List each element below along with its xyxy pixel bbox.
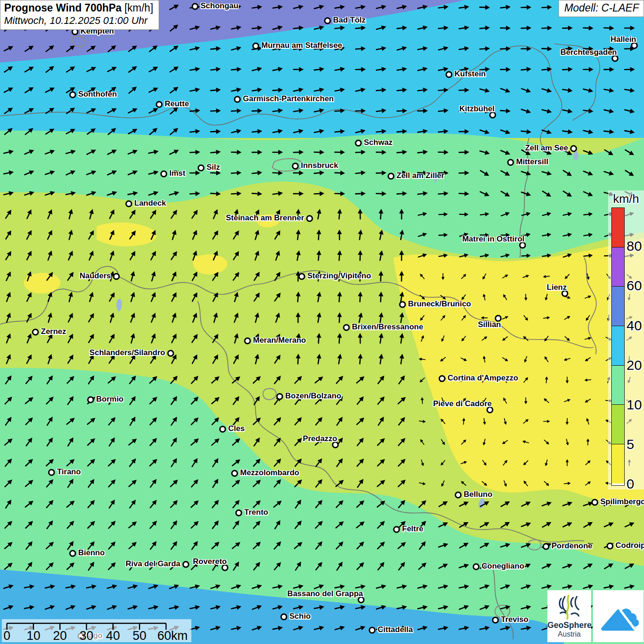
- city-label-spilimbergo: Spilimbergo: [600, 497, 644, 506]
- city-label-sterzing-vipiteno: Sterzing/Vipiteno: [307, 271, 371, 281]
- contour-lines-icon: [555, 593, 584, 620]
- city-label-imst: Imst: [169, 169, 185, 178]
- mountain-cloud-icon: [593, 590, 644, 642]
- city-marker-zell-am-ziller: [388, 173, 395, 180]
- legend-tick-5: 5: [627, 437, 634, 452]
- city-label-nauders: Nauders: [80, 271, 111, 281]
- city-marker-reutte: [156, 101, 163, 108]
- model-label: Modell: C-LAEF: [558, 0, 644, 17]
- city-label-steinach-am-brenner: Steinach am Brenner: [226, 213, 304, 223]
- city-marker-innsbruck: [292, 163, 299, 170]
- city-label-codroipo: Codroipo: [615, 541, 644, 550]
- city-label-schio: Schio: [289, 612, 310, 621]
- city-marker-landeck: [126, 201, 132, 207]
- city-marker-bozen-bolzano: [276, 393, 283, 400]
- city-label-reutte: Reutte: [165, 99, 189, 109]
- legend-tick-10: 10: [627, 397, 642, 413]
- city-label-bassano-del-grappa: Bassano del Grappa: [288, 589, 363, 598]
- city-marker-schongau: [192, 3, 199, 10]
- city-marker-spilimbergo: [592, 499, 598, 506]
- city-label-mezzolombardo: Mezzolombardo: [240, 468, 299, 477]
- legend-segment-10: [612, 366, 624, 405]
- app-tile: [593, 590, 644, 642]
- city-marker-zell-am-see: [570, 145, 577, 152]
- svg-text:30: 30: [80, 629, 93, 642]
- legend-tick-80: 80: [627, 238, 642, 254]
- city-label-pieve-di-cadore: Pieve di Cadore: [433, 399, 492, 408]
- city-label-silz: Silz: [207, 163, 220, 172]
- city-label-feltre: Feltre: [402, 524, 423, 534]
- city-marker-schwaz: [355, 140, 362, 147]
- city-marker-conegliano: [473, 564, 480, 570]
- city-label-schwaz: Schwaz: [364, 138, 392, 147]
- map-title-box: Prognose Wind 700hPa[km/h] Mittwoch, 10.…: [0, 0, 159, 30]
- city-marker-tirano: [48, 469, 55, 476]
- distance-scalebar: 0102030405060km: [2, 619, 191, 642]
- city-marker-trento: [236, 510, 242, 517]
- legend-segment-60: [612, 247, 624, 287]
- city-marker-bad-t-lz: [324, 17, 331, 24]
- city-marker-cles: [219, 426, 226, 433]
- city-label-bozen-bolzano: Bozen/Bolzano: [285, 391, 341, 401]
- legend-segment-80: [612, 208, 624, 247]
- city-label-schongau: Schongau: [201, 1, 238, 11]
- legend-title: km/h: [608, 190, 644, 206]
- legend-segment-5: [612, 405, 624, 444]
- city-marker-pordenone: [543, 543, 550, 550]
- geosphere-logo: GeoSphere Austria: [547, 590, 591, 642]
- city-marker-cortina-d-ampezzo: [439, 375, 446, 382]
- city-label-conegliano: Conegliano: [482, 562, 524, 571]
- legend-tick-0: 0: [627, 476, 634, 492]
- city-marker-steinach-am-brenner: [306, 215, 313, 222]
- city-marker-schlanders-silandro: [167, 350, 174, 357]
- legend-segment-40: [612, 287, 624, 326]
- legend-tick-60: 60: [627, 278, 642, 293]
- city-marker-kufstein: [446, 71, 453, 78]
- title-unit: [km/h]: [124, 2, 153, 14]
- city-label-landeck: Landeck: [134, 199, 166, 208]
- city-marker-murnau-am-staffelsee: [253, 43, 259, 50]
- wind-speed-legend: km/h 806040201050: [608, 190, 644, 489]
- city-label-predazzo: Predazzo: [303, 434, 337, 443]
- city-label-cles: Cles: [228, 424, 245, 433]
- city-marker-garmisch-partenkirchen: [234, 96, 241, 103]
- city-label-lienz: Lienz: [547, 283, 567, 292]
- legend-segment-20: [612, 326, 624, 366]
- city-label-schlanders-silandro: Schlanders/Silandro: [90, 348, 165, 357]
- city-label-hallein: Hallein: [610, 35, 636, 44]
- city-marker-schio: [281, 614, 288, 621]
- city-label-treviso: Treviso: [501, 615, 529, 624]
- city-label-garmisch-partenkirchen: Garmisch-Partenkirchen: [243, 94, 334, 104]
- city-label-sillian: Sillian: [478, 320, 501, 329]
- city-label-zell-am-ziller: Zell am Ziller: [397, 171, 444, 180]
- city-marker-codroipo: [607, 543, 614, 550]
- city-marker-sterzing-vipiteno: [299, 273, 305, 280]
- city-marker-imst: [161, 171, 167, 178]
- legend-tick-20: 20: [627, 357, 642, 373]
- city-marker-treviso: [492, 617, 499, 624]
- city-marker-zernez: [32, 329, 39, 336]
- city-label-belluno: Belluno: [464, 490, 492, 499]
- city-label-brixen-bressanone: Brixen/Bressanone: [352, 322, 423, 332]
- city-marker-nauders: [113, 273, 120, 280]
- city-marker-mittersill: [507, 159, 514, 166]
- city-label-kufstein: Kufstein: [454, 69, 486, 79]
- svg-text:0: 0: [3, 629, 10, 642]
- title-product: Prognose Wind 700hPa: [4, 2, 121, 14]
- weather-map-page: SchongauBad TölzKemptenMurnau am Staffel…: [0, 0, 644, 644]
- city-label-sonthofen: Sonthofen: [78, 90, 117, 99]
- city-marker-bruneck-brunico: [399, 301, 406, 308]
- page-title: Prognose Wind 700hPa[km/h]: [4, 2, 153, 14]
- city-label-kitzb-hel: Kitzbühel: [460, 104, 495, 114]
- legend-segment-0: [612, 444, 624, 483]
- city-label-riva-del-garda: Riva del Garda: [126, 559, 180, 569]
- city-label-cittadella: Cittadella: [378, 625, 413, 634]
- city-label-cortina-d-ampezzo: Cortina d'Ampezzo: [448, 374, 518, 383]
- svg-text:60km: 60km: [157, 629, 188, 642]
- svg-text:20: 20: [53, 629, 67, 642]
- city-marker-sonthofen: [69, 92, 76, 98]
- city-label-tirano: Tirano: [57, 467, 81, 477]
- svg-text:40: 40: [106, 629, 120, 642]
- city-marker-belluno: [455, 492, 462, 499]
- city-label-berchtesgaden: Berchtesgaden: [560, 48, 617, 57]
